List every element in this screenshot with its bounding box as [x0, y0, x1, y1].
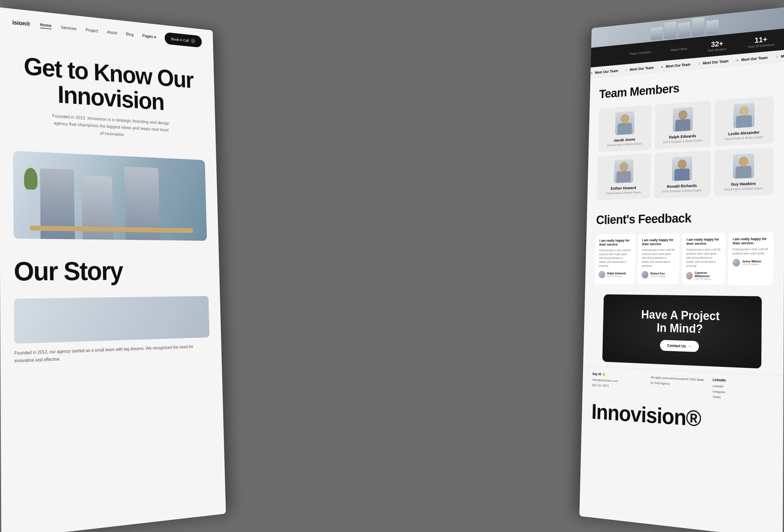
project-cta-wrapper: Have A Project In Mind? Contact Us → [583, 289, 784, 375]
our-story-title: Our Story [14, 258, 208, 284]
team-card-3: Esther Howard Visual Expert & Motion Exp… [597, 153, 651, 200]
feedback-text-3: Professionals in their craft! All produc… [732, 247, 768, 256]
avatar-body-3 [616, 171, 631, 183]
author-avatar-3 [732, 259, 740, 267]
author-title-0: CEO of Tempex [607, 275, 626, 278]
feedback-author-0: Ralph Edwards CEO of Tempex [599, 271, 631, 278]
marquee-text-2: Meet Our Team [630, 65, 654, 72]
avatar-head-2 [739, 106, 749, 116]
book-call-label: Book A Call [171, 37, 189, 43]
nav-project[interactable]: Project [85, 28, 98, 34]
feedback-title-2: I am really happy for their service. [687, 237, 721, 246]
nav-links: Home Services Project About Blog Pages ▾ [40, 22, 156, 40]
team-role-3: Visual Expert & Motion Expert [601, 190, 645, 195]
author-info-1: Robert Fox CEO of Tedtyes [650, 272, 666, 278]
nav-home[interactable]: Home [40, 22, 52, 29]
hero-title: Get to Know Our Innovision [12, 52, 203, 117]
footer-grid: Say Hi 👋 hello@innovision.com (81) 511 2… [592, 372, 772, 403]
author-title-1: CEO of Tedtyes [650, 275, 666, 278]
team-card-1: Ralph Edwards UX/UI Designer & Motion Ex… [655, 101, 711, 149]
feedback-grid: I am really happy for their service. Pro… [595, 232, 773, 285]
team-name-5: Guy Hawkins [719, 180, 768, 187]
arrow-icon: → [688, 344, 692, 348]
feedback-title-1: I am really happy for their service. [642, 238, 675, 246]
diamond-icon-2: ◇ [625, 68, 627, 72]
contact-us-button[interactable]: Contact Us → [660, 340, 699, 352]
nav-about[interactable]: About [107, 30, 117, 35]
author-name-3: Jenny Wilson [742, 259, 761, 263]
feedback-card-3: I am really happy for their service. Pro… [728, 232, 773, 285]
person-strip-2 [664, 22, 677, 39]
team-name-3: Esther Howard [601, 185, 646, 191]
team-card-5: Guy Hawkins Visual Expert & Motion Exper… [714, 147, 774, 197]
stat-team: 32+ Team Members [707, 39, 727, 52]
avatar-body-1 [675, 119, 690, 132]
diamond-icon-4: ◇ [698, 62, 700, 65]
story-image [14, 296, 209, 343]
author-title-3: CEO of Tedtyes [742, 263, 761, 266]
project-title-line1: Have A Project [641, 308, 720, 323]
phone-icon: 📞 [191, 38, 195, 44]
avatar-body-5 [735, 166, 752, 179]
author-info-0: Ralph Edwards CEO of Tempex [607, 272, 626, 278]
team-name-4: Ronald Richards [659, 183, 705, 189]
author-name-1: Robert Fox [650, 272, 666, 275]
team-section: Team Members Jacob Jones Visual Expert &… [587, 62, 784, 208]
right-panel: Project Completed Happy Clients 32+ Team… [579, 7, 784, 532]
hero-image [13, 151, 207, 241]
contact-btn-label: Contact Us [667, 343, 686, 348]
marquee-text-1: Meet Our Team [595, 68, 618, 75]
marquee-text-4: Meet Our Team [703, 59, 729, 65]
team-card-0: Jacob Jones Visual Expert & Motion Exper… [598, 105, 652, 152]
marquee-text-3: Meet Our Team [666, 62, 691, 68]
team-avatar-3 [614, 159, 634, 183]
team-avatar-4 [672, 157, 692, 181]
hero-section: Get to Know Our Innovision Founded in 20… [0, 35, 216, 153]
hero-subtitle: Founded in 2012, Innovision is a strateg… [51, 112, 171, 141]
feedback-text-2: Professionals in their craft! All produc… [686, 248, 721, 268]
diamond-icon-3: ◆ [661, 65, 663, 68]
author-avatar-2 [686, 272, 693, 279]
project-title-line2: In Mind? [656, 321, 703, 335]
nav-blog[interactable]: Blog [126, 32, 134, 37]
marquee-item-2: ◇ Meet Our Team [625, 65, 654, 72]
marquee-text-5: Meet Our Team [741, 55, 768, 62]
stat-experience: 11+ Years Of Experience [748, 34, 775, 49]
chevron-down-icon: ▾ [154, 34, 156, 39]
diamond-icon-6: ◇ [776, 55, 778, 59]
team-card-2: Leslie Alexander Visual Expert & Motion … [715, 96, 774, 146]
author-avatar-1 [642, 271, 648, 278]
marquee-item-6: ◇ Meet Our Team [776, 52, 784, 59]
team-avatar-5 [733, 153, 754, 179]
feedback-title-0: I am really happy for their service. [599, 238, 632, 246]
diamond-icon-1: ◆ [590, 71, 593, 75]
pages-label: Pages [142, 34, 153, 39]
feedback-author-1: Robert Fox CEO of Tedtyes [642, 271, 675, 279]
feedback-section-title: Client's Feedback [596, 208, 773, 227]
diamond-icon-5: ◆ [736, 58, 739, 62]
our-story-section: Our Story [0, 247, 220, 293]
project-title: Have A Project In Mind? [613, 307, 751, 337]
team-role-5: Visual Expert & Motion Expert [719, 187, 768, 191]
plant-decor [24, 167, 37, 190]
author-avatar-0 [599, 271, 605, 278]
author-info-2: Cameron Williamson CEO of Tedtyes [695, 271, 721, 280]
feedback-title-3: I am really happy for their service. [733, 236, 769, 245]
person-strip-3 [678, 22, 691, 38]
nav-services[interactable]: Services [61, 25, 77, 31]
team-avatar-2 [733, 103, 755, 128]
nav-pages-dropdown[interactable]: Pages ▾ [142, 33, 156, 39]
team-role-4: UX/UI Designer & Motion Expert [659, 189, 705, 193]
footer-social: LinkedIn LinkedIn Instagram Twitter [712, 378, 772, 403]
person-strip-5 [706, 20, 719, 35]
avatar-body-2 [736, 115, 752, 128]
feedback-card-2: I am really happy for their service. Pro… [682, 233, 726, 285]
marquee-item-3: ◆ Meet Our Team [661, 62, 691, 69]
stat-projects: Project Completed [629, 50, 651, 55]
footer-copyright: All rights reserved Innovision® 2025 Mad… [650, 375, 707, 400]
footer-contact: Say Hi 👋 hello@innovision.com (81) 511 2… [592, 372, 646, 396]
stat-clients-label: Happy Clients [670, 47, 688, 52]
book-call-button[interactable]: Book A Call 📞 [165, 32, 202, 48]
person-strip-1 [651, 27, 663, 40]
avatar-head-5 [739, 157, 748, 167]
